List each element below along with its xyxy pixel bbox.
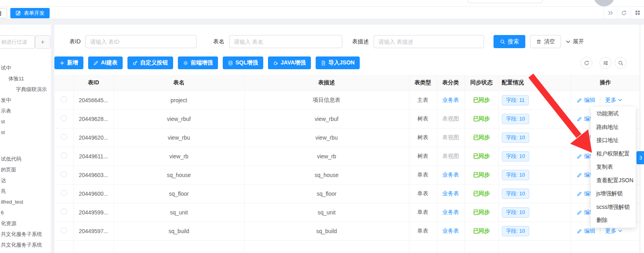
trash-icon	[536, 39, 542, 45]
dropdown-menu-item[interactable]: 复制表	[591, 160, 636, 174]
tree-item[interactable]: 共文化服务子系统	[0, 229, 51, 239]
tree-item[interactable]: 的页面	[0, 164, 51, 175]
category-link[interactable]: 表视图	[442, 153, 459, 159]
category-link[interactable]: 表视图	[442, 115, 459, 122]
tree-item[interactable]: 6	[0, 207, 51, 218]
row-radio[interactable]	[61, 96, 67, 103]
category-link[interactable]: 业务表	[442, 190, 459, 197]
table-row: 20449597... sq_build sq_build 单表 业务表 已同步…	[54, 222, 640, 240]
add-button[interactable]: 新增	[54, 56, 83, 69]
import-json-button[interactable]: 导入JSON	[316, 56, 360, 69]
table-name-input[interactable]	[229, 35, 342, 48]
tree-filter-input[interactable]	[0, 35, 35, 49]
tree-item[interactable]: 兆	[0, 186, 51, 197]
tabs-collapse-button[interactable]	[604, 7, 617, 19]
tree-item[interactable]: 字典级联演示	[0, 84, 51, 95]
tree-item[interactable]: 示表	[0, 105, 51, 116]
tab-form-dev[interactable]: 表单开发	[10, 8, 50, 18]
dropdown-menu-item[interactable]: 查看配置JSON	[591, 174, 636, 187]
clear-button[interactable]: 清空	[530, 35, 561, 48]
row-radio[interactable]	[61, 152, 67, 159]
dropdown-menu-item[interactable]: 功能测试	[591, 107, 636, 121]
partial-tab[interactable]	[0, 8, 7, 18]
grid-icon	[635, 10, 640, 16]
top-search-input[interactable]	[468, 0, 543, 3]
row-radio[interactable]	[61, 208, 67, 215]
tree-item[interactable]: 体验11	[0, 73, 51, 84]
dropdown-menu-item[interactable]: 接口地址	[591, 134, 636, 147]
ai-create-table-button[interactable]: AI建表	[88, 56, 123, 69]
category-link[interactable]: 业务表	[442, 97, 459, 103]
fields-count-badge: 字段: 10	[502, 170, 530, 180]
tree-item[interactable]: st	[0, 116, 51, 127]
dropdown-menu-item[interactable]: 删除	[591, 214, 636, 227]
divider	[600, 97, 600, 103]
cell-table-name: view_rbuf	[114, 109, 244, 128]
sql-enhance-button[interactable]: SQL增强	[223, 56, 263, 69]
apps-grid-button[interactable]	[631, 7, 644, 19]
category-link[interactable]: 表视图	[442, 134, 459, 140]
category-link[interactable]: 业务表	[442, 171, 459, 178]
edit-pen-icon	[577, 97, 582, 103]
edge-floating-tab[interactable]: 3	[636, 151, 644, 164]
category-link[interactable]: 业务表	[442, 209, 459, 215]
search-button[interactable]: 搜索	[494, 35, 525, 48]
category-link[interactable]: 业务表	[442, 228, 459, 234]
tree-item[interactable]: 化资源	[0, 218, 51, 229]
search-icon	[618, 60, 624, 66]
java-enhance-button[interactable]: JAVA增强	[268, 56, 311, 69]
row-radio[interactable]	[61, 227, 67, 234]
search-table-button[interactable]	[615, 57, 627, 69]
fields-count-badge: 字段: 10	[502, 189, 530, 199]
col-table-category: 表分类	[437, 75, 465, 91]
sync-status-badge: 已同步	[473, 134, 490, 140]
more-dropdown-menu: 功能测试 路由地址 接口地址 租户权限配置 复制表 查看配置JSON js增强解…	[591, 107, 636, 228]
dropdown-menu-item[interactable]: js增强解锁	[591, 187, 636, 200]
frontend-enhance-button[interactable]: 前端增强	[178, 56, 218, 69]
edit-button[interactable]: 编辑	[584, 97, 595, 104]
row-radio[interactable]	[61, 134, 67, 140]
column-settings-button[interactable]	[600, 57, 611, 69]
table-desc-input[interactable]	[374, 35, 484, 48]
tree-item[interactable]: ilfred_test	[0, 197, 51, 207]
tree-item[interactable]: 达	[0, 175, 51, 186]
cell-table-type: 单表	[409, 165, 437, 184]
more-button[interactable]: 更多	[605, 228, 616, 235]
row-radio[interactable]	[61, 115, 67, 121]
cell-table-id: 20449628...	[73, 109, 114, 128]
tree-item[interactable]: 共文化服务子系统	[0, 239, 51, 250]
edit-pen-icon	[577, 228, 582, 234]
tab-label: 表单开发	[24, 10, 44, 17]
tree-item[interactable]: 试低代码	[0, 154, 51, 164]
java-icon	[273, 60, 278, 66]
cell-table-desc: sq_build	[244, 222, 409, 240]
tabs-refresh-button[interactable]	[617, 7, 631, 19]
avatar[interactable]	[594, 0, 615, 6]
table-id-input[interactable]	[85, 35, 197, 48]
row-radio[interactable]	[61, 171, 67, 177]
category-tree-panel: + 试中 体验11 字典级联演示 发中 示表 st st 试低代码 的页面 达 …	[0, 25, 51, 253]
tree-item[interactable]: st	[0, 127, 51, 138]
row-radio[interactable]	[61, 190, 67, 196]
add-category-button[interactable]: +	[35, 35, 50, 49]
more-button[interactable]: 更多	[605, 97, 616, 104]
dropdown-menu-item[interactable]: scss增强解锁	[591, 200, 636, 214]
query-field-table-id: 表ID	[69, 35, 197, 48]
cell-table-type: 树表	[409, 109, 437, 128]
edit-pen-icon	[577, 172, 582, 178]
edit-button[interactable]: 编辑	[584, 228, 595, 235]
dropdown-menu-item[interactable]: 路由地址	[591, 121, 636, 134]
tree-item[interactable]: 试中	[0, 62, 51, 73]
refresh-table-button[interactable]	[580, 57, 592, 69]
sync-status-badge: 已同步	[473, 228, 490, 234]
cell-table-type: 主表	[409, 91, 437, 109]
category-tree: 试中 体验11 字典级联演示 发中 示表 st st 试低代码 的页面 达 兆 …	[0, 62, 51, 250]
sync-status-badge: 已同步	[473, 115, 490, 122]
expand-button[interactable]: 展开	[566, 35, 584, 48]
custom-button-button[interactable]: 自定义按钮	[127, 56, 173, 69]
table-row: 20449603... sq_house sq_house 单表 业务表 已同步…	[54, 165, 640, 184]
tree-item[interactable]: 发中	[0, 95, 51, 105]
dropdown-menu-item[interactable]: 租户权限配置	[591, 147, 636, 161]
divider	[0, 19, 644, 25]
double-chevron-right-icon	[607, 10, 613, 16]
